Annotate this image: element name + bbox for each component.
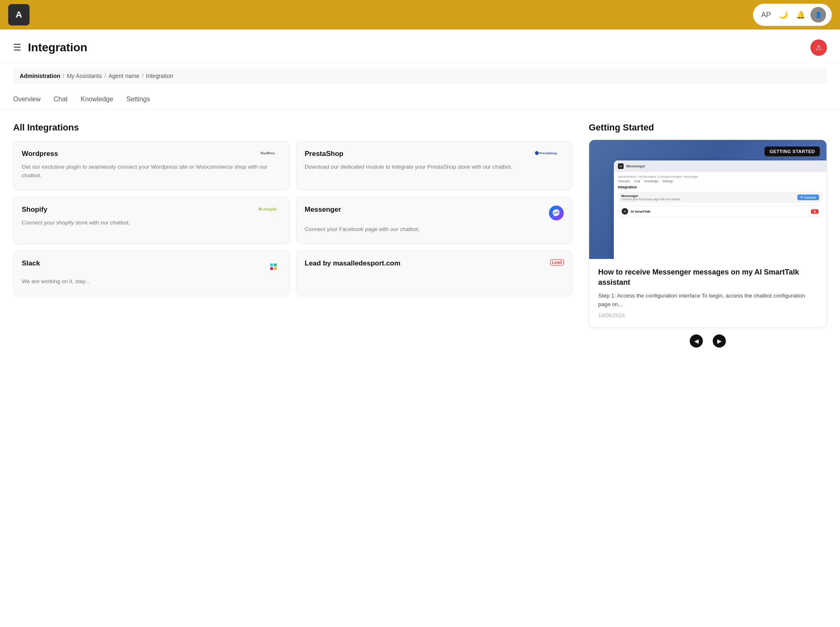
- bell-icon: 🔔: [796, 10, 805, 19]
- card-messenger-name: Messenger: [305, 206, 341, 214]
- getting-started-card[interactable]: GETTING STARTED A Messenger Administrati…: [589, 140, 827, 328]
- mock-section-title: Integration: [618, 185, 822, 189]
- dark-mode-button[interactable]: 🌙: [776, 7, 791, 22]
- mock-delete-btn: 🗑: [811, 209, 819, 214]
- mock-title: Messenger: [626, 164, 645, 168]
- page-header-left: ☰ Integration: [13, 41, 87, 54]
- tabs-bar: Overview Chat Knowledge Settings: [0, 89, 840, 109]
- mock-breadcrumb: Administration / My Assistants / Exemple…: [618, 175, 822, 178]
- article-excerpt: Step 1: Access the configuration interfa…: [598, 292, 817, 309]
- integrations-grid: Wordpress WordPress Get our exclusive pl…: [13, 141, 572, 296]
- card-prestashop-name: PrestaShop: [305, 150, 343, 158]
- prev-button[interactable]: ◀: [690, 334, 703, 348]
- card-lead[interactable]: Lead by masalledesport.com Lead: [296, 251, 572, 296]
- breadcrumb-sep-2: /: [104, 73, 106, 79]
- breadcrumb-integration: Integration: [146, 73, 173, 79]
- user-avatar[interactable]: 👤: [810, 7, 826, 23]
- slack-logo: [269, 259, 281, 272]
- mock-chat-avatar: A: [622, 208, 628, 215]
- article-title: How to receive Messenger messages on my …: [598, 267, 817, 288]
- card-slack-desc: We are working on it, stay...: [22, 277, 281, 286]
- breadcrumb-administration[interactable]: Administration: [20, 73, 60, 79]
- app-logo[interactable]: A: [8, 4, 30, 25]
- getting-started-title: Getting Started: [589, 122, 827, 133]
- card-wordpress-desc: Get our exclusive plugin to seamlessly c…: [22, 163, 281, 180]
- integrations-section: All Integrations Wordpress WordPress Get…: [13, 122, 572, 348]
- mock-nav: Overview Chat Knowledge Settings: [618, 180, 822, 183]
- shopify-logo: 🛍 shopify: [258, 206, 281, 213]
- svg-text:🛍 shopify: 🛍 shopify: [258, 207, 277, 211]
- getting-started-body: How to receive Messenger messages on my …: [589, 259, 826, 327]
- alert-icon: ⚠: [815, 43, 822, 52]
- card-prestashop[interactable]: PrestaShop PrestaShop Download our dedic…: [296, 141, 572, 190]
- main-content: ☰ Integration ⚠ Administration / My Assi…: [0, 30, 840, 627]
- tab-chat[interactable]: Chat: [54, 96, 68, 109]
- navbar: A AP 🌙 🔔 👤: [0, 0, 840, 30]
- mock-logo: A: [618, 163, 624, 169]
- svg-point-1: [535, 151, 539, 155]
- card-shopify[interactable]: Shopify 🛍 shopify Connect your shopify s…: [13, 197, 289, 244]
- breadcrumb-agent-name[interactable]: Agent name: [108, 73, 140, 79]
- card-slack[interactable]: Slack We are working on it, stay...: [13, 251, 289, 296]
- card-lead-name: Lead by masalledesport.com: [305, 259, 400, 268]
- integrations-title: All Integrations: [13, 122, 572, 133]
- navbar-actions: AP 🌙 🔔 👤: [753, 4, 832, 26]
- breadcrumb-sep-1: /: [63, 73, 64, 79]
- svg-text:PrestaShop: PrestaShop: [539, 151, 557, 155]
- next-button[interactable]: ▶: [713, 334, 726, 348]
- translate-button[interactable]: AP: [759, 7, 773, 22]
- prestashop-logo: PrestaShop: [535, 150, 564, 156]
- lead-logo: Lead: [550, 259, 564, 265]
- getting-started-image: GETTING STARTED A Messenger Administrati…: [589, 140, 826, 259]
- alert-button[interactable]: ⚠: [810, 39, 827, 56]
- card-prestashop-desc: Download our dedicated module to integra…: [305, 163, 564, 172]
- article-date: 14/06/2024: [598, 312, 817, 318]
- getting-started-pagination: ◀ ▶: [589, 334, 827, 348]
- mock-ui-overlay: A Messenger Administration / My Assistan…: [614, 160, 826, 259]
- card-slack-name: Slack: [22, 259, 40, 268]
- card-shopify-name: Shopify: [22, 206, 47, 214]
- translate-icon: AP: [761, 11, 771, 19]
- page-title: Integration: [28, 41, 87, 54]
- svg-rect-5: [274, 263, 277, 266]
- content-area: All Integrations Wordpress WordPress Get…: [0, 109, 840, 361]
- moon-icon: 🌙: [779, 10, 788, 19]
- svg-rect-4: [270, 263, 273, 266]
- card-messenger-desc: Connect your Facebook page with our chat…: [305, 225, 564, 234]
- mock-connect-btn: ⟳ Connect: [797, 195, 819, 200]
- page-header: ☰ Integration ⚠: [0, 30, 840, 63]
- wordpress-logo: WordPress: [260, 150, 281, 156]
- card-messenger[interactable]: Messenger Connect your Facebook page wit…: [296, 197, 572, 244]
- card-wordpress[interactable]: Wordpress WordPress Get our exclusive pl…: [13, 141, 289, 190]
- svg-rect-7: [274, 267, 277, 270]
- getting-started-section: Getting Started GETTING STARTED A Messen…: [589, 122, 827, 348]
- card-shopify-desc: Connect your shopify store with our chat…: [22, 219, 281, 227]
- breadcrumb: Administration / My Assistants / Agent n…: [13, 68, 827, 84]
- tab-settings[interactable]: Settings: [126, 96, 150, 109]
- tab-knowledge[interactable]: Knowledge: [80, 96, 113, 109]
- mock-chat-item: A AI SmartTalk 🗑: [618, 206, 822, 217]
- svg-rect-6: [270, 267, 273, 270]
- card-wordpress-name: Wordpress: [22, 150, 58, 158]
- svg-text:WordPress: WordPress: [260, 151, 275, 155]
- hamburger-menu[interactable]: ☰: [13, 42, 21, 53]
- breadcrumb-my-assistants[interactable]: My Assistants: [67, 73, 102, 79]
- messenger-logo: [549, 206, 564, 220]
- notifications-button[interactable]: 🔔: [793, 7, 808, 22]
- getting-started-badge: GETTING STARTED: [764, 146, 820, 156]
- mock-messenger-item: Messenger Connect your Facebook page wit…: [618, 192, 822, 203]
- tab-overview[interactable]: Overview: [13, 96, 41, 109]
- breadcrumb-sep-3: /: [142, 73, 144, 79]
